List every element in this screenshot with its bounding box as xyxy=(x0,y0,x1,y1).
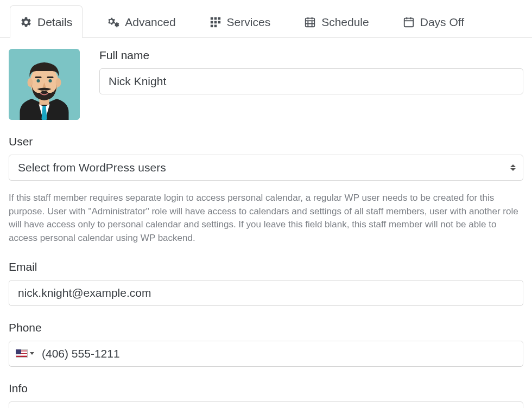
svg-rect-2 xyxy=(214,17,217,20)
tab-label: Days Off xyxy=(420,16,464,29)
svg-rect-5 xyxy=(214,21,217,24)
tabs-bar: Details Advanced Services Schedule Days … xyxy=(0,0,532,38)
svg-rect-6 xyxy=(218,21,220,24)
tab-label: Schedule xyxy=(321,16,369,29)
svg-rect-1 xyxy=(210,17,213,20)
phone-input-wrap xyxy=(9,341,523,367)
svg-point-23 xyxy=(27,78,33,87)
tab-services[interactable]: Services xyxy=(200,6,281,37)
gears-icon xyxy=(106,16,119,28)
tab-label: Details xyxy=(37,16,72,29)
tab-label: Advanced xyxy=(125,16,175,29)
full-name-label: Full name xyxy=(99,49,523,62)
tab-details[interactable]: Details xyxy=(10,5,83,38)
phone-input[interactable] xyxy=(37,341,518,366)
full-name-input[interactable] xyxy=(99,68,523,94)
tab-schedule[interactable]: Schedule xyxy=(294,6,379,37)
tab-advanced[interactable]: Advanced xyxy=(97,6,185,37)
user-label: User xyxy=(9,135,523,148)
phone-label: Phone xyxy=(9,321,523,334)
gear-icon xyxy=(20,16,32,28)
phone-country-select[interactable] xyxy=(14,349,37,358)
svg-point-27 xyxy=(36,79,40,82)
info-textarea[interactable] xyxy=(9,401,523,408)
chevron-down-icon xyxy=(30,352,34,355)
svg-rect-25 xyxy=(35,76,41,78)
tab-days-off[interactable]: Days Off xyxy=(393,6,474,37)
svg-rect-16 xyxy=(404,18,413,27)
email-label: Email xyxy=(9,260,523,273)
calendar-grid-icon xyxy=(304,16,316,28)
tab-label: Services xyxy=(227,16,271,29)
svg-rect-26 xyxy=(47,76,53,78)
svg-rect-3 xyxy=(218,17,220,20)
grid-icon xyxy=(210,16,221,28)
svg-rect-8 xyxy=(214,25,217,28)
avatar[interactable] xyxy=(9,49,80,120)
user-select[interactable]: Select from WordPress users xyxy=(9,155,523,181)
user-select-value: Select from WordPress users xyxy=(9,155,523,181)
svg-point-24 xyxy=(55,78,61,87)
svg-point-28 xyxy=(48,79,52,82)
info-label: Info xyxy=(9,382,523,395)
flag-us-icon xyxy=(16,349,28,358)
form-content: Full name User Select from WordPress use… xyxy=(0,38,532,408)
svg-rect-7 xyxy=(210,25,213,28)
calendar-icon xyxy=(403,16,415,28)
svg-rect-4 xyxy=(210,21,213,24)
email-input[interactable] xyxy=(9,280,523,306)
select-caret-icon xyxy=(510,164,516,171)
svg-rect-9 xyxy=(306,18,315,27)
user-help-text: If this staff member requires separate l… xyxy=(9,192,523,245)
